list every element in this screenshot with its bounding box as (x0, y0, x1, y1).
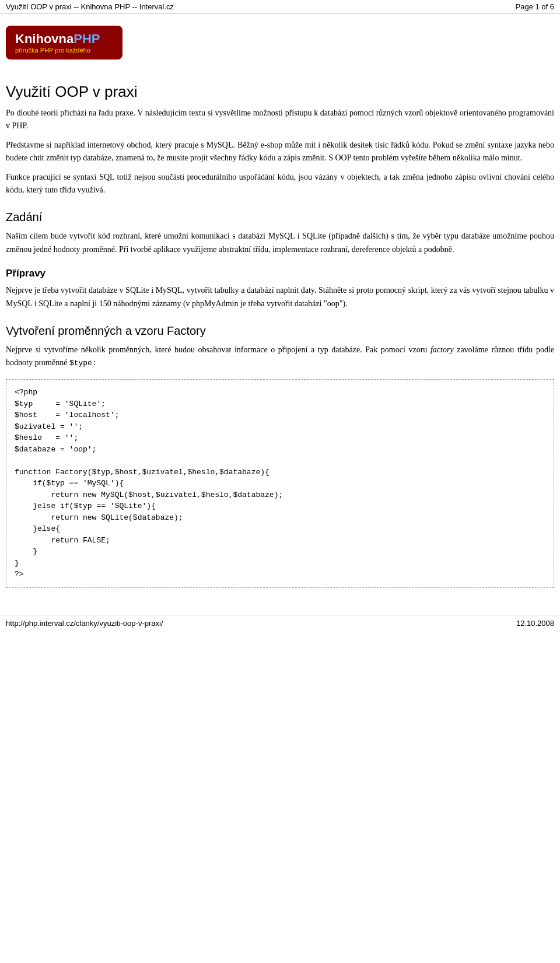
intro-paragraph-1: Po dlouhé teorii přichází na řadu praxe.… (6, 107, 554, 133)
logo-title-part2: PHP (74, 31, 100, 46)
factory-paragraph: Nejprve si vytvoříme několik proměnných,… (6, 344, 554, 370)
page-number: Page 1 of 6 (516, 2, 555, 11)
pripravy-paragraph: Nejprve je třeba vytvořit databáze v SQL… (6, 284, 554, 310)
logo-area: KnihovnaPHP příručka PHP pro každého (0, 14, 560, 65)
logo-subtitle: příručka PHP pro každého (15, 47, 113, 54)
factory-code-inline: $type: (69, 359, 97, 367)
bottom-date: 12.10.2008 (516, 619, 554, 628)
intro-paragraph-2: Představme si například internetový obch… (6, 139, 554, 165)
zadani-paragraph: Naším cílem bude vytvořit kód rozhraní, … (6, 230, 554, 256)
factory-italic: factory (430, 345, 454, 354)
main-content: Využití OOP v praxi Po dlouhé teorii při… (0, 65, 560, 603)
logo-title: KnihovnaPHP (15, 31, 113, 47)
page-title: Využití OOP v praxi (6, 83, 554, 101)
bottom-bar: http://php.interval.cz/clanky/vyuziti-oo… (0, 615, 560, 631)
logo-box: KnihovnaPHP příručka PHP pro každého (6, 26, 123, 59)
bottom-url[interactable]: http://php.interval.cz/clanky/vyuziti-oo… (6, 619, 163, 628)
section-pripravy-heading: Přípravy (6, 268, 554, 279)
factory-text1: Nejprve si vytvoříme několik proměnných,… (6, 345, 427, 354)
logo-title-part1: Knihovna (15, 31, 74, 46)
intro-paragraph-3: Funkce pracující se syntaxí SQL totiž ne… (6, 171, 554, 197)
section-factory-heading: Vytvoření proměnných a vzoru Factory (6, 324, 554, 338)
top-bar: Využití OOP v praxi -- Knihovna PHP -- I… (0, 0, 560, 14)
browser-title: Využití OOP v praxi -- Knihovna PHP -- I… (6, 2, 174, 11)
code-block: <?php $typ = 'SQLite'; $host = 'localhos… (6, 379, 554, 588)
section-zadani-heading: Zadání (6, 211, 554, 224)
